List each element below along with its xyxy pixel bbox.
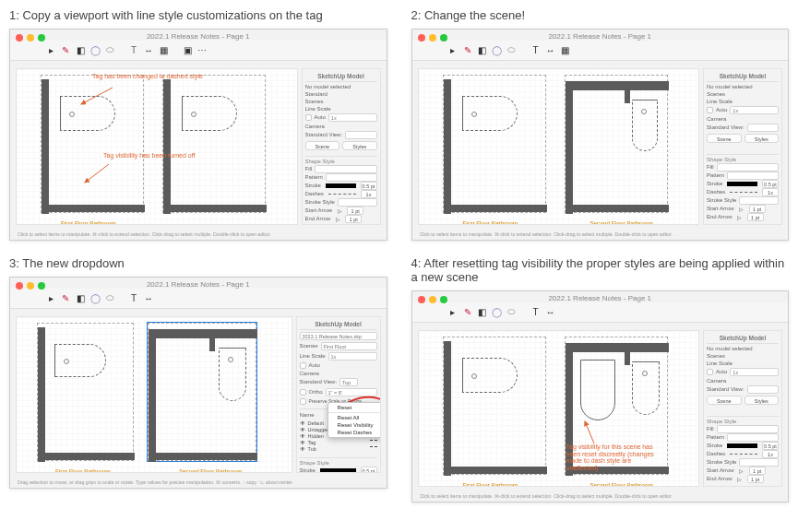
model-file-field[interactable]: 2022.1 Release Notes.skp [300, 332, 377, 340]
shape-icon[interactable]: ◯ [492, 306, 503, 317]
line-scale-field[interactable]: 1x [730, 106, 779, 114]
canvas[interactable]: First Floor Bathroom Second Floor Bathro… [418, 330, 700, 487]
pointer-icon[interactable]: ▸ [45, 292, 56, 303]
shape-icon[interactable]: ◯ [89, 292, 101, 303]
table-icon[interactable]: ▦ [560, 44, 571, 55]
shape2-icon[interactable]: ⬭ [506, 306, 518, 317]
fill-swatch[interactable] [315, 165, 376, 173]
bucket-icon[interactable]: ▣ [182, 44, 193, 55]
eraser-icon[interactable]: ◧ [477, 306, 488, 317]
zoom-icon[interactable] [38, 282, 45, 290]
dash-scale-field[interactable]: 1x [762, 450, 779, 458]
table-icon[interactable]: ▦ [158, 44, 169, 55]
start-arrow-field[interactable]: 1 pt [749, 467, 766, 475]
end-arrow-field[interactable]: 1 pt [345, 215, 362, 223]
eraser-icon[interactable]: ◧ [75, 44, 86, 55]
close-icon[interactable] [418, 34, 425, 41]
window-controls[interactable] [16, 34, 45, 41]
viewport-right[interactable] [565, 75, 668, 213]
shape2-icon[interactable]: ⬭ [104, 292, 115, 303]
styles-button[interactable]: Styles [744, 134, 780, 143]
dimension-icon[interactable]: ↔ [545, 44, 556, 55]
scene-button[interactable]: Scene [707, 134, 742, 143]
tag-reset-dropdown[interactable]: Reset Reset All Reset Visibility Reset D… [328, 402, 381, 438]
shape2-icon[interactable]: ⬭ [506, 44, 518, 55]
pointer-icon[interactable]: ▸ [447, 44, 459, 55]
auto-checkbox[interactable] [305, 114, 312, 121]
styles-button[interactable]: Styles [744, 396, 780, 405]
pencil-icon[interactable]: ✎ [462, 44, 473, 55]
text-icon[interactable]: T [128, 292, 139, 303]
shape2-icon[interactable]: ⬭ [104, 44, 115, 55]
canvas[interactable]: First Floor Bathroom Tag has been change… [16, 68, 298, 225]
minimize-icon[interactable] [429, 296, 436, 303]
start-arrow-field[interactable]: 1 pt [347, 207, 363, 215]
pencil-icon[interactable]: ✎ [60, 292, 71, 303]
auto-checkbox[interactable] [300, 362, 306, 369]
stroke-width-field[interactable]: 0.5 pt [361, 467, 377, 473]
preserve-checkbox[interactable] [300, 398, 306, 405]
fill-swatch[interactable] [717, 163, 779, 171]
stroke-style-field[interactable] [739, 458, 779, 467]
ortho-checkbox[interactable] [300, 389, 306, 396]
pencil-icon[interactable]: ✎ [60, 44, 71, 55]
minimize-icon[interactable] [27, 282, 34, 290]
window-controls[interactable] [418, 34, 447, 41]
line-scale-field[interactable]: 1x [730, 368, 779, 376]
viewport-left[interactable] [443, 75, 546, 213]
end-arrow-field[interactable]: 1 pt [747, 213, 764, 221]
zoom-icon[interactable] [440, 34, 447, 41]
close-icon[interactable] [16, 282, 23, 290]
viewport-right[interactable] [162, 75, 266, 213]
dropdown-item-reset-all[interactable]: Reset All [328, 414, 381, 421]
eraser-icon[interactable]: ◧ [75, 292, 86, 303]
auto-checkbox[interactable] [707, 369, 713, 375]
tag-row[interactable]: 👁Tag [300, 440, 377, 445]
stroke-width-field[interactable]: 0.5 pt [762, 180, 779, 188]
dash-scale-field[interactable]: 1x [361, 190, 377, 198]
stroke-width-field[interactable]: 0.5 pt [361, 182, 377, 190]
line-scale-field[interactable]: 1x [328, 113, 377, 122]
viewport-left[interactable] [443, 337, 546, 475]
close-icon[interactable] [16, 34, 23, 41]
pattern-field[interactable] [326, 173, 377, 182]
text-icon[interactable]: T [530, 306, 542, 317]
text-icon[interactable]: T [128, 44, 139, 55]
canvas[interactable]: First Floor Bathroom Second Floor Bathro… [16, 316, 292, 473]
pointer-icon[interactable]: ▸ [45, 44, 56, 55]
scene-button[interactable]: Scene [707, 396, 742, 405]
zoom-icon[interactable] [440, 296, 447, 303]
minimize-icon[interactable] [429, 34, 436, 41]
shape-icon[interactable]: ◯ [492, 44, 503, 55]
viewport-left[interactable] [37, 323, 134, 461]
std-view-field[interactable]: Top [339, 378, 358, 386]
fill-swatch[interactable] [717, 425, 779, 433]
misc-icon[interactable]: ⋯ [197, 44, 208, 55]
stroke-width-field[interactable]: 0.5 pt [762, 442, 779, 450]
dropdown-item-reset-visibility[interactable]: Reset Visibility [328, 421, 381, 429]
canvas[interactable]: First Floor Bathroom Second Floor Bathro… [418, 68, 700, 225]
std-view-field[interactable] [747, 385, 779, 394]
shape-icon[interactable]: ◯ [89, 44, 101, 55]
pattern-field[interactable] [727, 433, 779, 442]
dimension-icon[interactable]: ↔ [545, 306, 556, 317]
text-icon[interactable]: T [530, 44, 542, 55]
dimension-icon[interactable]: ↔ [143, 292, 154, 303]
scene-button[interactable]: Scene [305, 141, 340, 150]
styles-button[interactable]: Styles [342, 141, 377, 150]
window-controls[interactable] [16, 282, 45, 290]
auto-checkbox[interactable] [707, 107, 713, 113]
dropdown-item-reset-dashes[interactable]: Reset Dashes [328, 429, 381, 436]
zoom-icon[interactable] [38, 34, 45, 41]
eraser-icon[interactable]: ◧ [477, 44, 488, 55]
std-view-field[interactable] [747, 124, 779, 132]
pointer-icon[interactable]: ▸ [447, 306, 459, 317]
pattern-field[interactable] [727, 171, 779, 180]
window-controls[interactable] [418, 296, 447, 303]
dimension-icon[interactable]: ↔ [143, 44, 154, 55]
pencil-icon[interactable]: ✎ [462, 306, 473, 317]
scale-field[interactable]: 1" = 8' [326, 388, 377, 396]
viewport-right-selected[interactable] [148, 323, 256, 461]
minimize-icon[interactable] [27, 34, 34, 41]
stroke-style-field[interactable] [338, 198, 377, 207]
